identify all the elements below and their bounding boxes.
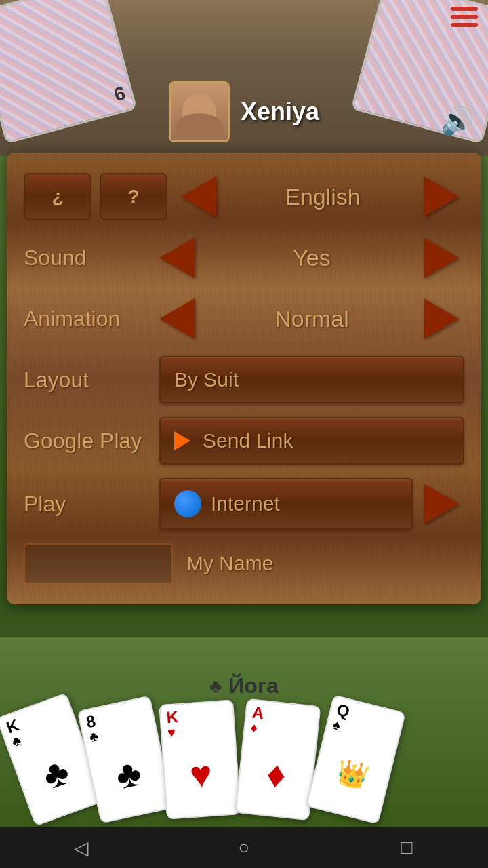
card-q-spades[interactable]: Q ♠ 👑 [306, 694, 406, 825]
animation-label: Animation [24, 307, 159, 332]
animation-controls: Normal [159, 298, 464, 339]
help-btn-group: ¿ ? [24, 173, 167, 220]
google-play-controls: Send Link [159, 417, 464, 465]
sound-arrow-left[interactable] [159, 237, 200, 278]
recent-button[interactable]: □ [386, 834, 427, 861]
animation-arrow-left[interactable] [159, 298, 200, 339]
google-play-row: Google Play Send Link [24, 417, 464, 465]
card-back-left: ✦ 9 [0, 0, 137, 144]
layout-value: By Suit [174, 368, 239, 391]
arrow-right-icon [424, 176, 459, 217]
sound-controls: Yes [159, 237, 464, 278]
sound-arrow-right[interactable] [424, 237, 464, 278]
play-store-icon [174, 431, 190, 450]
sound-row: Sound Yes [24, 234, 464, 281]
google-play-label: Google Play [24, 429, 159, 454]
speaker-icon: 🔊 [441, 106, 474, 136]
sound-label: Sound [24, 245, 159, 271]
name-input[interactable] [24, 543, 173, 584]
card-suit: ♦ [250, 721, 258, 735]
layout-controls: By Suit [159, 356, 464, 403]
card-number-star: ✦ [0, 16, 1, 41]
player-name: Xeniya [241, 98, 319, 126]
animation-arrow-right[interactable] [424, 298, 464, 339]
language-controls: English [181, 176, 464, 217]
arrow-left-icon [181, 176, 216, 217]
card-k-hearts[interactable]: K ♥ ♥ [159, 699, 241, 819]
yoga-label: ♣ Йога [209, 673, 279, 698]
card-suit: ♠ [331, 717, 342, 732]
language-arrow-left[interactable] [181, 176, 222, 217]
sound-icon[interactable]: 🔊 [441, 105, 474, 137]
back-button[interactable]: ◁ [61, 834, 102, 861]
card-number-9: 9 [112, 81, 127, 105]
play-row: Play Internet [24, 478, 464, 530]
arrow-left-icon [159, 298, 195, 339]
animation-value: Normal [205, 306, 418, 332]
internet-text: Internet [211, 492, 280, 515]
card-center: ♦ [242, 734, 310, 814]
arrow-left-icon [159, 237, 195, 278]
card-rank: K [166, 709, 179, 726]
send-link-button[interactable]: Send Link [159, 417, 464, 465]
arrow-right-icon [424, 298, 459, 339]
language-arrow-right[interactable] [424, 176, 464, 217]
nav-bar: ◁ ○ □ [0, 827, 488, 868]
card-center: ♣ [91, 731, 166, 816]
card-center: 👑 [314, 730, 391, 818]
help-btn-2[interactable]: ? [100, 173, 167, 220]
card-rank: A [251, 705, 265, 722]
sound-value: Yes [205, 245, 418, 271]
menu-icon[interactable] [451, 7, 478, 27]
help-btn-1[interactable]: ¿ [24, 173, 92, 220]
play-arrow-right[interactable] [424, 484, 464, 524]
avatar [169, 81, 230, 142]
animation-row: Animation Normal [24, 295, 464, 342]
player-top: Xeniya [169, 81, 319, 142]
card-center: ♥ [168, 735, 234, 814]
play-controls: Internet [159, 478, 464, 530]
arrow-right-icon [424, 484, 459, 524]
menu-line-3 [451, 23, 478, 27]
card-suit: ♥ [167, 725, 176, 739]
internet-button[interactable]: Internet [159, 478, 413, 530]
menu-line-1 [451, 7, 478, 11]
language-row: ¿ ? English [24, 173, 464, 220]
language-value: English [227, 184, 418, 210]
yoga-suit-icon: ♣ [209, 675, 222, 697]
layout-button[interactable]: By Suit [159, 356, 464, 403]
settings-panel: ¿ ? English Sound Yes Animation [7, 153, 481, 604]
yoga-player-name: Йога [228, 673, 279, 698]
myname-row: My Name [24, 543, 464, 584]
layout-label: Layout [24, 368, 159, 393]
myname-label: My Name [186, 552, 273, 575]
arrow-right-icon [424, 237, 459, 278]
globe-icon [174, 490, 201, 517]
send-link-text: Send Link [203, 429, 293, 452]
layout-row: Layout By Suit [24, 356, 464, 403]
home-button[interactable]: ○ [224, 834, 264, 861]
avatar-face [171, 83, 228, 140]
menu-line-2 [451, 15, 478, 19]
play-label: Play [24, 492, 159, 517]
